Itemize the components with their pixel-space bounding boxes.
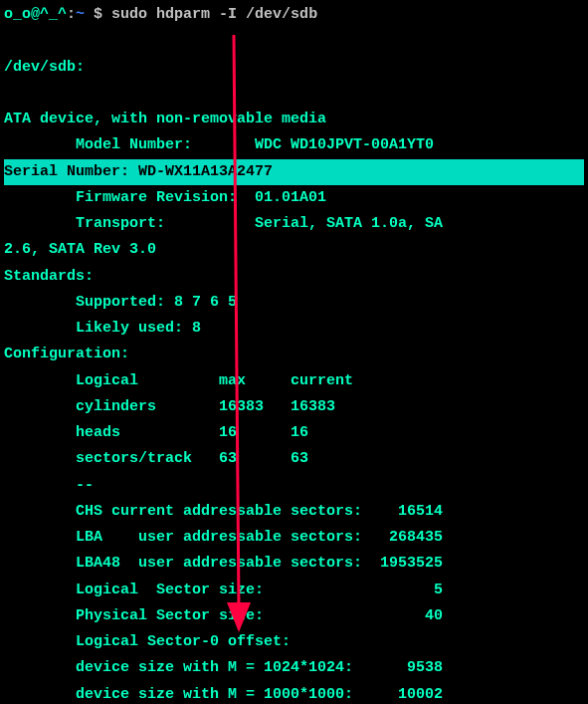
blank-line — [4, 28, 584, 54]
physical-sector-line: Physical Sector size: 40 — [4, 603, 584, 629]
chs-line: CHS current addressable sectors: 16514 — [4, 499, 584, 525]
config-header: Configuration: — [4, 342, 584, 367]
serial-number-highlighted: Serial Number: WD-WX11A13A2477 — [4, 159, 584, 185]
logical-offset-line: Logical Sector-0 offset: — [4, 629, 584, 655]
firmware-line: Firmware Revision: 01.01A01 — [4, 185, 584, 211]
device-size-1024-line: device size with M = 1024*1024: 9538 — [4, 655, 584, 681]
separator: : — [67, 6, 76, 23]
device-size-1000-line: device size with M = 1000*1000: 10002 — [4, 682, 584, 705]
lba48-line: LBA48 user addressable sectors: 1953525 — [4, 551, 584, 577]
device-type: ATA device, with non-removable media — [4, 107, 584, 132]
supported-line: Supported: 8 7 6 5 — [4, 290, 584, 316]
dashes-line: -- — [4, 473, 584, 499]
blank-line — [4, 81, 584, 107]
logical-sector-line: Logical Sector size: 5 — [4, 578, 584, 603]
model-line: Model Number: WDC WD10JPVT-00A1YT0 — [4, 132, 584, 158]
transport-cont: 2.6, SATA Rev 3.0 — [4, 237, 584, 263]
standards-header: Standards: — [4, 264, 584, 290]
device-path: /dev/sdb: — [4, 55, 584, 81]
sectors-track-line: sectors/track 63 63 — [4, 446, 584, 472]
cylinders-line: cylinders 16383 16383 — [4, 394, 584, 420]
user-host: o_o@^_^ — [4, 6, 67, 23]
terminal-prompt-line: o_o@^_^:~ $ sudo hdparm -I /dev/sdb — [4, 2, 584, 28]
transport-line: Transport: Serial, SATA 1.0a, SA — [4, 211, 584, 237]
prompt-marker: $ — [85, 6, 111, 23]
cwd-path: ~ — [76, 6, 85, 23]
logical-header: Logical max current — [4, 368, 584, 394]
command-text: sudo hdparm -I /dev/sdb — [111, 6, 317, 23]
likely-line: Likely used: 8 — [4, 316, 584, 342]
heads-line: heads 16 16 — [4, 420, 584, 446]
lba-line: LBA user addressable sectors: 268435 — [4, 525, 584, 551]
